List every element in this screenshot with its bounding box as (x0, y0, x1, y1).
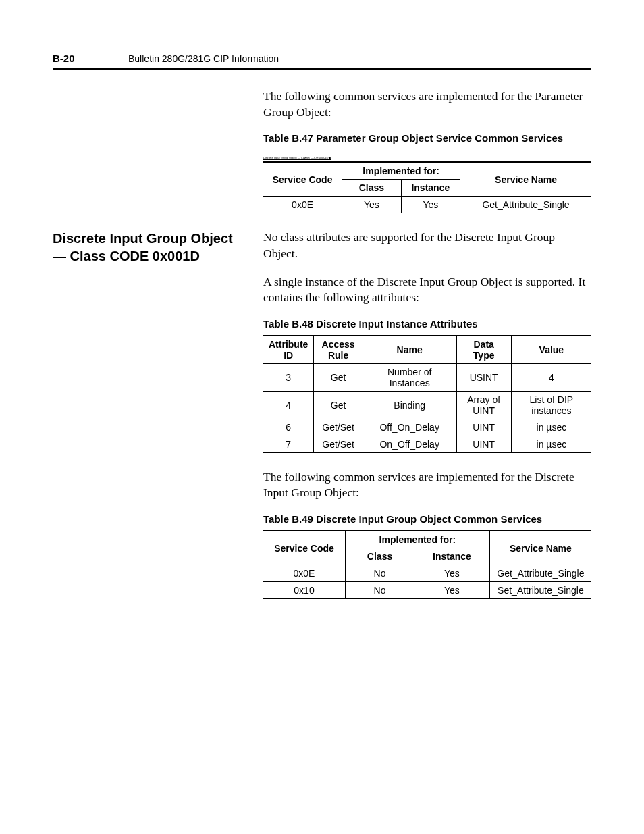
th-implemented-for: Implemented for: (346, 531, 490, 548)
header-title: Bulletin 280G/281G CIP Information (128, 53, 279, 64)
table-b47-caption: Table B.47 Parameter Group Object Servic… (263, 132, 591, 144)
cell: in µsec (511, 436, 591, 452)
cell-instance: Yes (401, 197, 460, 213)
th-value: Value (511, 336, 591, 364)
cell-code: 0x10 (263, 582, 346, 599)
cell-name: Get_Attribute_Single (489, 565, 591, 582)
table-b48-caption: Table B.48 Discrete Input Instance Attri… (263, 318, 591, 330)
th-class: Class (342, 180, 401, 197)
cell: Binding (363, 391, 456, 419)
cell: 4 (511, 363, 591, 391)
th-attribute-id: Attribute ID (263, 336, 314, 364)
th-implemented-for: Implemented for: (342, 162, 460, 180)
cell: in µsec (511, 419, 591, 436)
table-b49-caption: Table B.49 Discrete Input Group Object C… (263, 513, 591, 525)
cell-class: No (346, 582, 414, 599)
section-para1: No class attributes are supported for th… (263, 230, 591, 261)
cell: UINT (456, 436, 511, 452)
section-para3: The following common services are implem… (263, 469, 591, 501)
th-instance: Instance (414, 548, 490, 565)
cell-class: Yes (342, 197, 401, 213)
page-number: B-20 (53, 53, 128, 64)
cell: UINT (456, 419, 511, 436)
th-name: Name (363, 336, 456, 364)
cell-instance: Yes (414, 582, 490, 599)
th-service-code: Service Code (263, 531, 346, 565)
section-para2: A single instance of the Discrete Input … (263, 274, 591, 306)
cell-code: 0x0E (263, 197, 342, 213)
table-row: 0x0E Yes Yes Get_Attribute_Single (263, 197, 591, 213)
cell-name: Get_Attribute_Single (460, 197, 591, 213)
header-rule (53, 68, 591, 70)
cell: Get (314, 363, 363, 391)
cell: Get/Set (314, 436, 363, 452)
cell-instance: Yes (414, 565, 490, 582)
table-b49: Service Code Implemented for: Service Na… (263, 530, 591, 599)
tiny-section-hint: Discrete Input Group Object — CLASS CODE… (263, 156, 331, 160)
page-header: B-20 Bulletin 280G/281G CIP Information (53, 53, 591, 64)
cell: Array of UINT (456, 391, 511, 419)
table-row: 7 Get/Set On_Off_Delay UINT in µsec (263, 436, 591, 452)
cell: List of DIP instances (511, 391, 591, 419)
table-row: 0x0E No Yes Get_Attribute_Single (263, 565, 591, 582)
th-service-name: Service Name (489, 531, 591, 565)
cell: 3 (263, 363, 314, 391)
cell: 7 (263, 436, 314, 452)
table-row: 4 Get Binding Array of UINT List of DIP … (263, 391, 591, 419)
th-class: Class (346, 548, 414, 565)
th-service-code: Service Code (263, 162, 342, 197)
cell: USINT (456, 363, 511, 391)
table-row: 6 Get/Set Off_On_Delay UINT in µsec (263, 419, 591, 436)
cell-code: 0x0E (263, 565, 346, 582)
cell-class: No (346, 565, 414, 582)
th-access-rule: Access Rule (314, 336, 363, 364)
table-b48: Attribute ID Access Rule Name Data Type … (263, 335, 591, 453)
cell: Get (314, 391, 363, 419)
cell: Off_On_Delay (363, 419, 456, 436)
th-data-type: Data Type (456, 336, 511, 364)
cell: 4 (263, 391, 314, 419)
cell: Number of Instances (363, 363, 456, 391)
table-b47: Service Code Implemented for: Service Na… (263, 161, 591, 213)
table-row: 0x10 No Yes Set_Attribute_Single (263, 582, 591, 599)
intro-paragraph: The following common services are implem… (263, 88, 591, 120)
cell: On_Off_Delay (363, 436, 456, 452)
cell-name: Set_Attribute_Single (489, 582, 591, 599)
table-row: 3 Get Number of Instances USINT 4 (263, 363, 591, 391)
cell: 6 (263, 419, 314, 436)
th-service-name: Service Name (460, 162, 591, 197)
th-instance: Instance (401, 180, 460, 197)
cell: Get/Set (314, 419, 363, 436)
section-heading: Discrete Input Group Object — Class CODE… (53, 230, 263, 265)
